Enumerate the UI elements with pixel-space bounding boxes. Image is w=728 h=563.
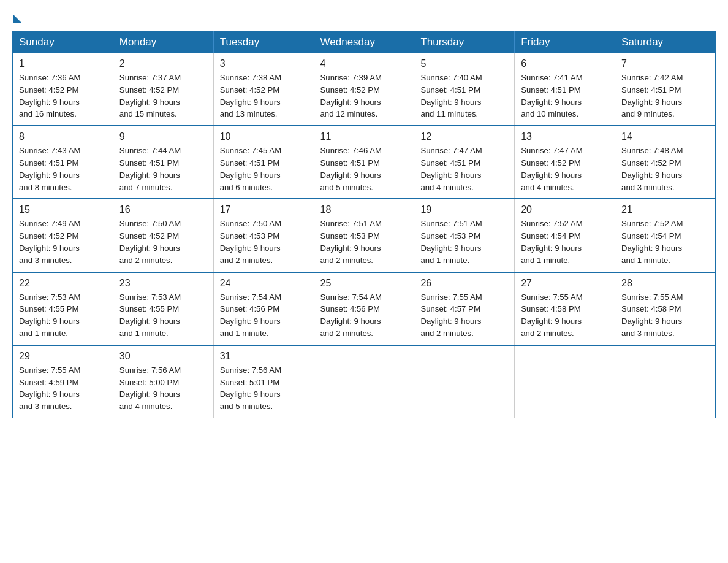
day-number: 19 xyxy=(420,204,508,215)
day-number: 25 xyxy=(320,278,408,289)
day-info: Sunrise: 7:38 AM Sunset: 4:52 PM Dayligh… xyxy=(220,72,308,120)
day-info: Sunrise: 7:46 AM Sunset: 4:51 PM Dayligh… xyxy=(320,145,408,193)
day-info: Sunrise: 7:53 AM Sunset: 4:55 PM Dayligh… xyxy=(119,291,207,340)
day-info: Sunrise: 7:45 AM Sunset: 4:51 PM Dayligh… xyxy=(220,145,308,193)
day-number: 2 xyxy=(119,58,207,69)
calendar-cell: 31 Sunrise: 7:56 AM Sunset: 5:01 PM Dayl… xyxy=(213,345,314,418)
calendar-cell: 28 Sunrise: 7:55 AM Sunset: 4:58 PM Dayl… xyxy=(615,272,716,345)
header-monday: Monday xyxy=(113,31,213,54)
header-thursday: Thursday xyxy=(414,31,515,54)
day-info: Sunrise: 7:50 AM Sunset: 4:53 PM Dayligh… xyxy=(220,218,308,266)
calendar-cell: 10 Sunrise: 7:45 AM Sunset: 4:51 PM Dayl… xyxy=(213,126,314,199)
calendar-cell: 11 Sunrise: 7:46 AM Sunset: 4:51 PM Dayl… xyxy=(314,126,414,199)
day-info: Sunrise: 7:48 AM Sunset: 4:52 PM Dayligh… xyxy=(621,145,709,193)
day-info: Sunrise: 7:37 AM Sunset: 4:52 PM Dayligh… xyxy=(119,72,207,120)
day-info: Sunrise: 7:51 AM Sunset: 4:53 PM Dayligh… xyxy=(320,218,408,266)
day-number: 14 xyxy=(621,131,709,142)
calendar-week-2: 8 Sunrise: 7:43 AM Sunset: 4:51 PM Dayli… xyxy=(13,126,716,199)
day-info: Sunrise: 7:55 AM Sunset: 4:58 PM Dayligh… xyxy=(521,291,609,340)
day-number: 10 xyxy=(220,131,308,142)
day-info: Sunrise: 7:56 AM Sunset: 5:00 PM Dayligh… xyxy=(119,364,207,413)
header-saturday: Saturday xyxy=(615,31,716,54)
calendar-cell: 16 Sunrise: 7:50 AM Sunset: 4:52 PM Dayl… xyxy=(113,199,213,272)
calendar-cell: 5 Sunrise: 7:40 AM Sunset: 4:51 PM Dayli… xyxy=(414,53,515,126)
day-number: 9 xyxy=(119,131,207,142)
day-number: 1 xyxy=(19,58,107,69)
day-number: 17 xyxy=(220,204,308,215)
day-info: Sunrise: 7:53 AM Sunset: 4:55 PM Dayligh… xyxy=(19,291,107,340)
header-wednesday: Wednesday xyxy=(314,31,414,54)
day-info: Sunrise: 7:52 AM Sunset: 4:54 PM Dayligh… xyxy=(521,218,609,266)
day-number: 6 xyxy=(521,58,609,69)
calendar-cell: 22 Sunrise: 7:53 AM Sunset: 4:55 PM Dayl… xyxy=(13,272,113,345)
calendar-cell: 6 Sunrise: 7:41 AM Sunset: 4:51 PM Dayli… xyxy=(515,53,615,126)
calendar-cell: 18 Sunrise: 7:51 AM Sunset: 4:53 PM Dayl… xyxy=(314,199,414,272)
calendar-cell: 29 Sunrise: 7:55 AM Sunset: 4:59 PM Dayl… xyxy=(13,345,113,418)
day-info: Sunrise: 7:47 AM Sunset: 4:52 PM Dayligh… xyxy=(521,145,609,193)
calendar-week-5: 29 Sunrise: 7:55 AM Sunset: 4:59 PM Dayl… xyxy=(13,345,716,418)
calendar-cell: 15 Sunrise: 7:49 AM Sunset: 4:52 PM Dayl… xyxy=(13,199,113,272)
day-number: 11 xyxy=(320,131,408,142)
day-number: 29 xyxy=(19,351,107,362)
header-tuesday: Tuesday xyxy=(213,31,314,54)
day-info: Sunrise: 7:52 AM Sunset: 4:54 PM Dayligh… xyxy=(621,218,709,266)
day-info: Sunrise: 7:50 AM Sunset: 4:52 PM Dayligh… xyxy=(119,218,207,266)
day-info: Sunrise: 7:39 AM Sunset: 4:52 PM Dayligh… xyxy=(320,72,408,120)
day-number: 18 xyxy=(320,204,408,215)
day-number: 7 xyxy=(621,58,709,69)
day-info: Sunrise: 7:40 AM Sunset: 4:51 PM Dayligh… xyxy=(420,72,508,120)
day-number: 27 xyxy=(521,278,609,289)
header-friday: Friday xyxy=(515,31,615,54)
calendar-cell: 9 Sunrise: 7:44 AM Sunset: 4:51 PM Dayli… xyxy=(113,126,213,199)
calendar-table: SundayMondayTuesdayWednesdayThursdayFrid… xyxy=(12,31,716,418)
calendar-cell: 17 Sunrise: 7:50 AM Sunset: 4:53 PM Dayl… xyxy=(213,199,314,272)
day-info: Sunrise: 7:55 AM Sunset: 4:58 PM Dayligh… xyxy=(621,291,709,340)
calendar-cell: 14 Sunrise: 7:48 AM Sunset: 4:52 PM Dayl… xyxy=(615,126,716,199)
day-number: 13 xyxy=(521,131,609,142)
calendar-cell: 2 Sunrise: 7:37 AM Sunset: 4:52 PM Dayli… xyxy=(113,53,213,126)
day-number: 20 xyxy=(521,204,609,215)
calendar-cell: 21 Sunrise: 7:52 AM Sunset: 4:54 PM Dayl… xyxy=(615,199,716,272)
day-info: Sunrise: 7:44 AM Sunset: 4:51 PM Dayligh… xyxy=(119,145,207,193)
logo xyxy=(12,12,22,20)
day-number: 23 xyxy=(119,278,207,289)
day-number: 3 xyxy=(220,58,308,69)
day-number: 5 xyxy=(420,58,508,69)
calendar-cell: 23 Sunrise: 7:53 AM Sunset: 4:55 PM Dayl… xyxy=(113,272,213,345)
day-number: 8 xyxy=(19,131,107,142)
day-info: Sunrise: 7:54 AM Sunset: 4:56 PM Dayligh… xyxy=(220,291,308,340)
header-sunday: Sunday xyxy=(13,31,113,54)
calendar-cell: 19 Sunrise: 7:51 AM Sunset: 4:53 PM Dayl… xyxy=(414,199,515,272)
calendar-cell: 20 Sunrise: 7:52 AM Sunset: 4:54 PM Dayl… xyxy=(515,199,615,272)
day-number: 30 xyxy=(119,351,207,362)
calendar-cell: 7 Sunrise: 7:42 AM Sunset: 4:51 PM Dayli… xyxy=(615,53,716,126)
day-info: Sunrise: 7:54 AM Sunset: 4:56 PM Dayligh… xyxy=(320,291,408,340)
calendar-cell: 30 Sunrise: 7:56 AM Sunset: 5:00 PM Dayl… xyxy=(113,345,213,418)
calendar-cell: 26 Sunrise: 7:55 AM Sunset: 4:57 PM Dayl… xyxy=(414,272,515,345)
day-info: Sunrise: 7:36 AM Sunset: 4:52 PM Dayligh… xyxy=(19,72,107,120)
day-info: Sunrise: 7:51 AM Sunset: 4:53 PM Dayligh… xyxy=(420,218,508,266)
day-number: 16 xyxy=(119,204,207,215)
calendar-cell: 1 Sunrise: 7:36 AM Sunset: 4:52 PM Dayli… xyxy=(13,53,113,126)
day-number: 21 xyxy=(621,204,709,215)
day-info: Sunrise: 7:55 AM Sunset: 4:57 PM Dayligh… xyxy=(420,291,508,340)
calendar-cell: 27 Sunrise: 7:55 AM Sunset: 4:58 PM Dayl… xyxy=(515,272,615,345)
day-info: Sunrise: 7:43 AM Sunset: 4:51 PM Dayligh… xyxy=(19,145,107,193)
page-header xyxy=(12,12,716,20)
calendar-cell xyxy=(615,345,716,418)
calendar-week-1: 1 Sunrise: 7:36 AM Sunset: 4:52 PM Dayli… xyxy=(13,53,716,126)
day-number: 24 xyxy=(220,278,308,289)
calendar-cell: 8 Sunrise: 7:43 AM Sunset: 4:51 PM Dayli… xyxy=(13,126,113,199)
calendar-cell xyxy=(414,345,515,418)
day-number: 12 xyxy=(420,131,508,142)
day-number: 31 xyxy=(220,351,308,362)
day-info: Sunrise: 7:55 AM Sunset: 4:59 PM Dayligh… xyxy=(19,364,107,413)
calendar-cell: 25 Sunrise: 7:54 AM Sunset: 4:56 PM Dayl… xyxy=(314,272,414,345)
logo-arrow-icon xyxy=(13,15,22,23)
day-info: Sunrise: 7:56 AM Sunset: 5:01 PM Dayligh… xyxy=(220,364,308,413)
calendar-header-row: SundayMondayTuesdayWednesdayThursdayFrid… xyxy=(13,31,716,54)
day-number: 28 xyxy=(621,278,709,289)
day-number: 4 xyxy=(320,58,408,69)
day-number: 26 xyxy=(420,278,508,289)
day-info: Sunrise: 7:42 AM Sunset: 4:51 PM Dayligh… xyxy=(621,72,709,120)
